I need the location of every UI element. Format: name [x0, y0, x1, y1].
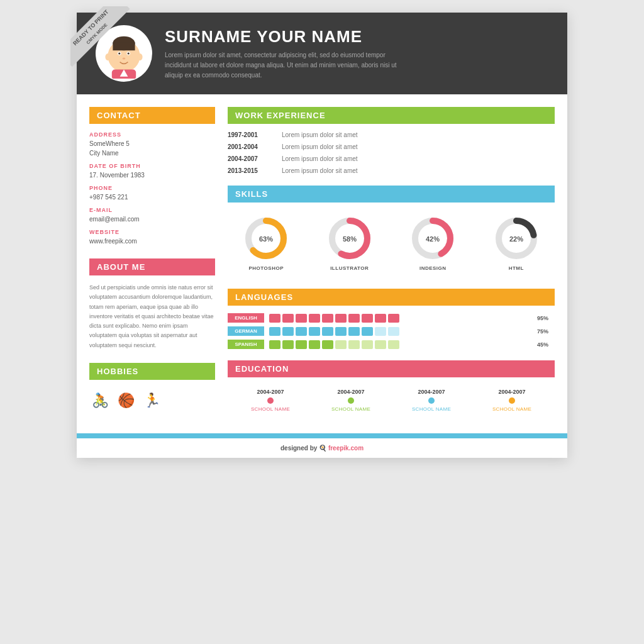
- work-year: 2004-2007: [228, 155, 273, 162]
- edu-dot: [348, 397, 354, 404]
- hobby-bike-icon: 🚴: [92, 392, 109, 409]
- lang-bars: [269, 327, 532, 336]
- lang-bar: [348, 340, 360, 349]
- language-row: GERMAN 75%: [228, 326, 555, 336]
- education-item: 2004-2007 SCHOOL NAME: [472, 389, 552, 412]
- lang-bar: [388, 327, 399, 336]
- skill-name: PHOTOSHOP: [244, 265, 288, 271]
- work-year: 2001-2004: [228, 143, 273, 150]
- work-year: 2013-2015: [228, 167, 273, 174]
- lang-bar: [269, 327, 280, 336]
- work-desc: Lorem ipsum dolor sit amet: [282, 155, 358, 162]
- lang-name: GERMAN: [228, 326, 264, 336]
- phone-value: +987 545 221: [89, 192, 215, 202]
- language-row: ENGLISH 95%: [228, 313, 555, 323]
- left-column: CONTACT ADDRESS SomeWhere 5City Name DAT…: [89, 107, 215, 427]
- edu-school: SCHOOL NAME: [472, 406, 552, 412]
- edu-dot: [267, 397, 274, 404]
- work-rows: 1997-2001 Lorem ipsum dolor sit amet 200…: [228, 131, 555, 174]
- lang-name: SPANISH: [228, 340, 264, 349]
- skills-section: SKILLS 63% PHOTOSHOP 58% ILLUSTRATOR 42%: [228, 186, 555, 277]
- phone-label: PHONE: [89, 185, 215, 191]
- lang-bar: [335, 340, 347, 349]
- lang-bar: [348, 327, 360, 336]
- ribbon: READY TO PRINTCMYK MODE: [70, 6, 140, 75]
- lang-bar: [362, 327, 373, 336]
- lang-percent: 95%: [537, 315, 555, 321]
- lang-percent: 45%: [537, 341, 555, 348]
- page-wrapper: READY TO PRINTCMYK MODE: [77, 13, 567, 458]
- svg-text:58%: 58%: [343, 235, 357, 243]
- svg-text:63%: 63%: [259, 235, 273, 243]
- lang-bar: [362, 340, 373, 349]
- lang-percent: 75%: [537, 328, 555, 335]
- bio-text: Lorem ipsum dolor sit amet, consectetur …: [165, 50, 404, 80]
- footer-text: designed by: [280, 445, 317, 452]
- resume-header: SURNAME YOUR NAME Lorem ipsum dolor sit …: [77, 13, 567, 94]
- edu-dot: [428, 397, 435, 404]
- work-row: 1997-2001 Lorem ipsum dolor sit amet: [228, 131, 555, 138]
- lang-bar: [309, 314, 320, 323]
- edu-year: 2004-2007: [472, 389, 552, 395]
- skills-charts: 63% PHOTOSHOP 58% ILLUSTRATOR 42% INDESI…: [228, 210, 555, 277]
- skills-header: SKILLS: [228, 186, 555, 203]
- skill-item: 58% ILLUSTRATOR: [328, 216, 372, 271]
- website-value: www.freepik.com: [89, 236, 215, 246]
- lang-bar: [335, 327, 347, 336]
- work-row: 2013-2015 Lorem ipsum dolor sit amet: [228, 167, 555, 174]
- edu-year: 2004-2007: [311, 389, 391, 395]
- lang-bar: [296, 314, 307, 323]
- edu-school: SCHOOL NAME: [230, 406, 311, 412]
- email-value: email@email.com: [89, 214, 215, 224]
- svg-text:42%: 42%: [426, 235, 440, 243]
- header-text: SURNAME YOUR NAME Lorem ipsum dolor sit …: [165, 27, 404, 80]
- lang-bar: [296, 340, 307, 349]
- address-label: ADDRESS: [89, 131, 215, 138]
- lang-bar: [282, 314, 294, 323]
- skill-item: 42% INDESIGN: [411, 216, 455, 271]
- lang-bar: [309, 340, 320, 349]
- footer-brand: freepik.com: [328, 445, 364, 452]
- full-name: SURNAME YOUR NAME: [165, 27, 404, 47]
- lang-bar: [375, 314, 386, 323]
- resume-card: SURNAME YOUR NAME Lorem ipsum dolor sit …: [77, 13, 567, 458]
- lang-bar: [322, 327, 333, 336]
- edu-year: 2004-2007: [391, 389, 472, 395]
- hobby-running-icon: 🏃: [143, 392, 160, 409]
- hobby-basketball-icon: 🏀: [118, 392, 135, 409]
- work-desc: Lorem ipsum dolor sit amet: [282, 131, 358, 138]
- contact-header: CONTACT: [89, 107, 215, 124]
- about-header: ABOUT ME: [89, 258, 215, 275]
- work-desc: Lorem ipsum dolor sit amet: [282, 143, 358, 150]
- hobbies-header: HOBBIES: [89, 363, 215, 380]
- right-column: WORK EXPERIENCE 1997-2001 Lorem ipsum do…: [228, 107, 555, 427]
- work-desc: Lorem ipsum dolor sit amet: [282, 167, 358, 174]
- lang-bar: [388, 340, 399, 349]
- work-row: 2004-2007 Lorem ipsum dolor sit amet: [228, 155, 555, 162]
- lang-bar: [269, 340, 280, 349]
- education-item: 2004-2007 SCHOOL NAME: [230, 389, 311, 412]
- dob-value: 17. November 1983: [89, 170, 215, 180]
- education-item: 2004-2007 SCHOOL NAME: [391, 389, 472, 412]
- lang-bar: [388, 314, 399, 323]
- edu-year: 2004-2007: [230, 389, 311, 395]
- education-item: 2004-2007 SCHOOL NAME: [311, 389, 391, 412]
- skill-name: INDESIGN: [411, 265, 455, 271]
- edu-dot: [509, 397, 515, 404]
- lang-bar: [362, 314, 373, 323]
- lang-bar: [375, 327, 386, 336]
- svg-text:22%: 22%: [509, 235, 523, 243]
- skill-donut: 42%: [411, 216, 455, 260]
- dob-label: DATE OF BIRTH: [89, 163, 215, 169]
- lang-bar: [348, 314, 360, 323]
- language-rows: ENGLISH 95% GERMAN 75% SPANISH 45%: [228, 313, 555, 349]
- ribbon-text: READY TO PRINTCMYK MODE: [70, 6, 130, 67]
- work-header: WORK EXPERIENCE: [228, 107, 555, 124]
- lang-bar: [322, 314, 333, 323]
- address-value: SomeWhere 5City Name: [89, 139, 215, 158]
- edu-school: SCHOOL NAME: [391, 406, 472, 412]
- languages-header: LANGUAGES: [228, 289, 555, 306]
- lang-bar: [282, 340, 294, 349]
- skill-item: 63% PHOTOSHOP: [244, 216, 288, 271]
- skill-donut: 63%: [244, 216, 288, 260]
